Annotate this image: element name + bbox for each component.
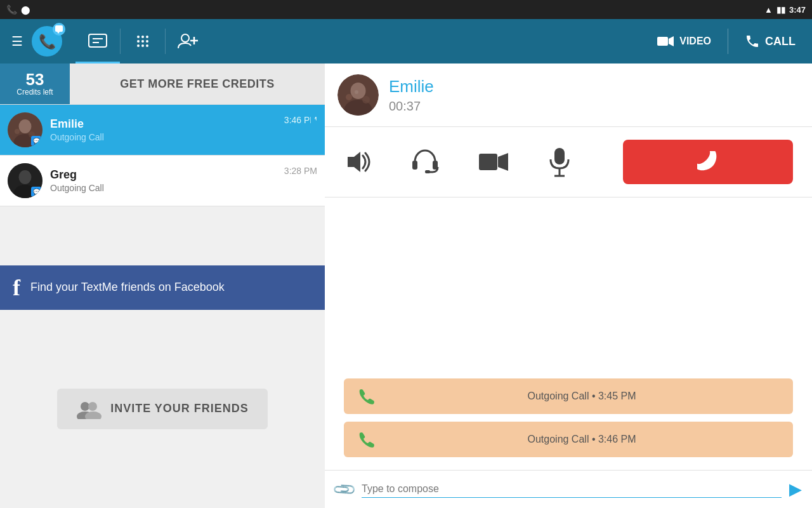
phone-icon <box>745 34 760 49</box>
invite-friends-button[interactable]: INVITE YOUR FRIENDS <box>57 389 268 429</box>
nav-chat-button[interactable] <box>75 19 120 64</box>
attach-button[interactable]: 📎 <box>331 476 357 502</box>
svg-point-22 <box>19 119 32 133</box>
nav-add-contact-button[interactable] <box>166 19 210 64</box>
video-label: VIDEO <box>679 36 711 47</box>
avatar-emilie: 💬 <box>8 112 43 147</box>
top-bar-left: ☰ 📞 <box>6 25 63 57</box>
contact-item-emilie[interactable]: 💬 Emilie Outgoing Call 3:46 PM <box>0 105 325 156</box>
greg-contact-info: Greg Outgoing Call <box>50 168 284 193</box>
headset-icon <box>410 147 440 177</box>
get-credits-button[interactable]: GET MORE FREE CREDITS <box>70 64 325 104</box>
call-button[interactable]: CALL <box>735 29 806 54</box>
svg-point-14 <box>141 44 144 47</box>
greg-status: Outgoing Call <box>50 183 284 193</box>
chat-avatar-emilie <box>337 74 379 116</box>
svg-rect-42 <box>425 170 430 173</box>
status-bar-right: ▲ ▮▮ 3:47 <box>764 5 806 15</box>
svg-marker-20 <box>669 36 674 46</box>
chat-contact-details: Emilie 00:37 <box>389 77 434 114</box>
main-content: 53 Credits left GET MORE FREE CREDITS <box>0 64 812 508</box>
svg-rect-43 <box>479 154 497 170</box>
active-chevron <box>311 114 325 146</box>
svg-marker-3 <box>57 32 60 34</box>
svg-point-38 <box>355 90 358 94</box>
top-bar: ☰ 📞 <box>0 19 812 64</box>
clock: 3:47 <box>789 5 806 15</box>
invite-friends-label: INVITE YOUR FRIENDS <box>110 402 249 415</box>
hamburger-button[interactable]: ☰ <box>6 29 28 54</box>
top-nav-icons <box>75 19 210 64</box>
video-cam-icon <box>657 35 674 48</box>
call-record-2: Outgoing Call • 3:46 PM <box>344 422 793 457</box>
svg-point-30 <box>88 402 97 411</box>
greg-chat-badge: 💬 <box>31 187 41 197</box>
greg-time: 3:28 PM <box>284 166 317 176</box>
speaker-icon <box>344 148 372 176</box>
svg-point-15 <box>146 44 148 47</box>
svg-point-11 <box>141 40 144 43</box>
top-bar-actions: VIDEO CALL <box>646 29 806 54</box>
nav-dialpad-button[interactable] <box>121 19 165 64</box>
credits-label: Credits left <box>16 88 53 97</box>
speaker-button[interactable] <box>344 148 372 176</box>
chat-avatar-img <box>337 74 379 116</box>
send-button[interactable]: ▶ <box>789 479 802 499</box>
contact-item-greg[interactable]: 💬 Greg Outgoing Call 3:28 PM <box>0 156 325 206</box>
svg-point-12 <box>146 40 148 43</box>
facebook-banner[interactable]: f Find your TextMe friends on Facebook <box>0 265 325 310</box>
wifi-icon: ▲ <box>764 5 773 15</box>
svg-point-16 <box>181 34 189 42</box>
contact-wrapper-greg: 💬 Greg Outgoing Call 3:28 PM <box>0 156 325 206</box>
call-controls <box>325 127 812 197</box>
facebook-banner-text: Find your TextMe friends on Facebook <box>30 281 225 294</box>
end-call-icon <box>691 150 724 173</box>
chat-icon <box>88 31 108 51</box>
avatar-greg: 💬 <box>8 163 43 198</box>
mute-button[interactable] <box>547 147 572 177</box>
credits-number: 53 <box>26 71 44 88</box>
video-camera-button[interactable] <box>478 150 509 173</box>
right-panel: Emilie 00:37 <box>325 64 812 508</box>
compose-input[interactable] <box>362 481 782 498</box>
svg-marker-39 <box>348 152 360 172</box>
phone-status-icon: 📞 <box>6 4 17 15</box>
svg-point-10 <box>137 40 140 43</box>
left-panel: 53 Credits left GET MORE FREE CREDITS <box>0 64 325 508</box>
video-button[interactable]: VIDEO <box>646 30 721 53</box>
viber-status-icon: ⬤ <box>21 5 30 15</box>
svg-text:📞: 📞 <box>39 33 56 50</box>
call-record-phone-icon-1 <box>357 387 374 405</box>
mic-icon <box>547 147 572 177</box>
call-record-text-2: Outgoing Call • 3:46 PM <box>383 434 780 445</box>
svg-point-27 <box>19 170 32 184</box>
emilie-chat-badge: 💬 <box>31 136 41 146</box>
greg-name: Greg <box>50 168 284 182</box>
svg-marker-44 <box>498 153 508 171</box>
compose-bar: 📎 ▶ <box>325 470 812 508</box>
svg-point-13 <box>137 44 140 47</box>
chat-bubble-icon <box>55 25 63 34</box>
svg-rect-4 <box>89 34 107 47</box>
svg-rect-19 <box>657 37 668 46</box>
status-bar-left: 📞 ⬤ <box>6 4 30 15</box>
svg-rect-2 <box>55 25 63 32</box>
svg-rect-45 <box>554 148 565 164</box>
end-call-button[interactable] <box>623 140 793 184</box>
app-logo: 📞 <box>31 25 63 57</box>
chat-contact-name: Emilie <box>389 77 434 97</box>
chat-header: Emilie 00:37 <box>325 64 812 127</box>
contact-list: 💬 Emilie Outgoing Call 3:46 PM <box>0 105 325 265</box>
svg-point-24 <box>15 129 20 134</box>
facebook-icon: f <box>13 274 20 301</box>
headset-button[interactable] <box>410 147 440 177</box>
chat-timer: 00:37 <box>389 99 434 114</box>
emilie-status: Outgoing Call <box>50 132 284 142</box>
contact-wrapper-emilie: 💬 Emilie Outgoing Call 3:46 PM <box>0 105 325 156</box>
battery-icon: ▮▮ <box>776 5 785 15</box>
svg-point-36 <box>346 94 352 100</box>
credits-badge: 53 Credits left <box>0 64 70 104</box>
call-record-text-1: Outgoing Call • 3:45 PM <box>383 391 780 402</box>
svg-point-29 <box>81 402 89 411</box>
svg-point-8 <box>141 36 144 38</box>
